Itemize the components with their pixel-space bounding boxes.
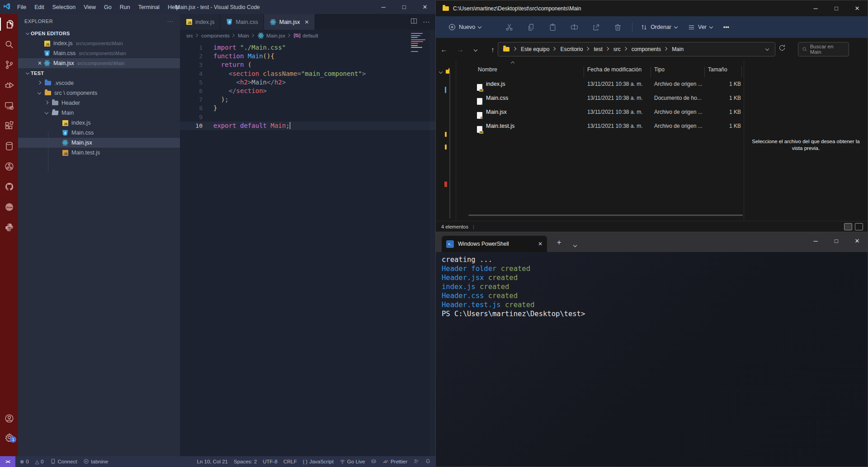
status-0[interactable]: ⊗0 bbox=[20, 459, 29, 465]
menu-file[interactable]: File bbox=[14, 3, 30, 12]
close-button[interactable]: ✕ bbox=[847, 232, 868, 249]
status-go-live[interactable]: Go Live bbox=[340, 458, 365, 465]
column-header-nombre[interactable]: Nombre bbox=[478, 66, 497, 73]
status-bell[interactable] bbox=[425, 458, 431, 465]
status-javascript[interactable]: { }JavaScript bbox=[303, 459, 334, 464]
file-row-Main.css[interactable]: ●Main.css13/11/2021 10:38 a. m.Documento… bbox=[456, 91, 744, 105]
code-line-6[interactable]: 6 </section> bbox=[180, 87, 435, 95]
database-icon[interactable] bbox=[0, 136, 18, 156]
tree-item-Main.jsx[interactable]: Main.jsx bbox=[18, 138, 180, 148]
code-line-3[interactable]: 3 return ( bbox=[180, 61, 435, 69]
code-line-2[interactable]: 2function Main(){ bbox=[180, 52, 435, 61]
git-graph-icon[interactable] bbox=[0, 156, 18, 177]
minimize-button[interactable]: ─ bbox=[805, 232, 826, 249]
search-box[interactable]: Buscar en Main bbox=[798, 42, 849, 56]
status-connect[interactable]: Connect bbox=[50, 458, 77, 465]
menu-terminal[interactable]: Terminal bbox=[135, 3, 163, 12]
crumb-main[interactable]: Main bbox=[672, 46, 684, 52]
tree-item-.vscode[interactable]: .vscode bbox=[18, 78, 180, 88]
status-feedback[interactable] bbox=[413, 458, 419, 465]
workspace-header[interactable]: TEST bbox=[18, 68, 180, 78]
code-line-5[interactable]: 5 <h2>Main</h2> bbox=[180, 78, 435, 87]
code-line-8[interactable]: 8} bbox=[180, 104, 435, 112]
terminal-output[interactable]: creating ...Header folder createdHeader.… bbox=[436, 252, 868, 467]
crumb-escritorio[interactable]: Escritorio bbox=[560, 46, 583, 52]
split-editor-icon[interactable] bbox=[410, 18, 417, 26]
refresh-icon[interactable] bbox=[778, 44, 786, 53]
thumbnails-view-icon[interactable] bbox=[855, 223, 863, 230]
status-copilot[interactable] bbox=[371, 458, 377, 465]
address-dropdown-icon[interactable] bbox=[765, 47, 769, 51]
close-button[interactable]: ✕ bbox=[847, 0, 868, 16]
tab-dropdown-icon[interactable] bbox=[574, 241, 578, 249]
recent-pages-icon[interactable] bbox=[468, 46, 485, 53]
delete-icon[interactable] bbox=[611, 20, 624, 34]
column-header-tamaño[interactable]: Tamaño bbox=[708, 66, 727, 73]
maximize-button[interactable]: □ bbox=[826, 0, 847, 16]
tree-item-Header[interactable]: Header bbox=[18, 98, 180, 108]
nav-scrollbar[interactable] bbox=[449, 70, 450, 219]
code-line-10[interactable]: 10export default Main; bbox=[180, 121, 435, 130]
close-editor-icon[interactable]: ✕ bbox=[36, 60, 43, 66]
powershell-tab[interactable]: >_ Windows PowerShell ✕ bbox=[442, 236, 547, 252]
remote-explorer-icon[interactable] bbox=[0, 95, 18, 116]
extensions-icon[interactable] bbox=[0, 116, 18, 136]
status-crlf[interactable]: CRLF bbox=[283, 459, 297, 464]
file-row-Main.jsx[interactable]: ✱Main.jsx13/11/2021 10:38 a. m.Archivo d… bbox=[456, 105, 744, 119]
tab-Main.jsx[interactable]: Main.jsx✕ bbox=[264, 14, 315, 30]
github-icon[interactable] bbox=[0, 177, 18, 197]
minimize-button[interactable]: ─ bbox=[805, 0, 826, 16]
back-icon[interactable]: ← bbox=[436, 46, 452, 53]
code-line-4[interactable]: 4 <section className="main_component"> bbox=[180, 70, 435, 78]
new-button[interactable]: Nuevo bbox=[444, 21, 487, 33]
crumb-test[interactable]: test bbox=[594, 46, 602, 52]
code-content[interactable]: 1import "./Main.css"2function Main(){3 r… bbox=[180, 42, 435, 130]
breadcrumb-components[interactable]: components bbox=[201, 33, 230, 38]
editor-scrollbar[interactable] bbox=[429, 30, 435, 456]
maximize-button[interactable]: □ bbox=[826, 232, 847, 249]
files-icon[interactable] bbox=[0, 14, 18, 34]
tab-Main.css[interactable]: 3Main.css bbox=[220, 14, 264, 30]
tab-close-icon[interactable]: ✕ bbox=[538, 241, 542, 247]
editor-more-icon[interactable]: ··· bbox=[423, 18, 430, 26]
open-editor-Main.css[interactable]: 3Main.csssrc\components\Main bbox=[18, 48, 180, 58]
source-control-icon[interactable] bbox=[0, 55, 18, 75]
run-debug-icon[interactable] bbox=[0, 75, 18, 95]
tree-item-srccomponents[interactable]: src \ components bbox=[18, 88, 180, 98]
breadcrumb-Main.jsx[interactable]: Main.jsx bbox=[266, 33, 285, 38]
menu-selection[interactable]: Selection bbox=[49, 3, 79, 12]
breadcrumb[interactable]: srccomponentsMainMain.jsx[⦰]default bbox=[180, 30, 435, 42]
more-options-icon[interactable]: ••• bbox=[719, 21, 734, 33]
settings-icon[interactable]: 1 bbox=[0, 431, 18, 444]
sidebar-more-icon[interactable]: ··· bbox=[167, 19, 174, 24]
copy-icon[interactable] bbox=[524, 20, 538, 34]
menu-view[interactable]: View bbox=[80, 3, 99, 12]
menu-run[interactable]: Run bbox=[116, 3, 134, 12]
open-editors-header[interactable]: OPEN EDITORS bbox=[18, 28, 180, 38]
file-row-index.js[interactable]: JSindex.js13/11/2021 10:38 a. m.Archivo … bbox=[456, 77, 744, 91]
cut-icon[interactable] bbox=[502, 20, 516, 34]
crumb-components[interactable]: components bbox=[632, 46, 661, 52]
column-header-tipo[interactable]: Tipo bbox=[654, 66, 665, 73]
account-icon[interactable] bbox=[0, 412, 18, 425]
python-icon[interactable] bbox=[0, 217, 18, 238]
tree-item-Main.css[interactable]: 3Main.css bbox=[18, 128, 180, 138]
rename-icon[interactable] bbox=[567, 20, 581, 34]
file-row-Main.test.js[interactable]: JSMain.test.js13/11/2021 10:38 a. m.Arch… bbox=[456, 119, 744, 133]
minimize-button[interactable]: ─ bbox=[373, 0, 394, 14]
tree-item-Main.test.js[interactable]: JSMain.test.js bbox=[18, 148, 180, 158]
code-line-1[interactable]: 1import "./Main.css" bbox=[180, 43, 435, 52]
nav-pane-collapsed[interactable] bbox=[436, 61, 456, 221]
code-line-9[interactable]: 9 bbox=[180, 113, 435, 121]
horizontal-scrollbar[interactable] bbox=[468, 215, 743, 216]
tab-index.js[interactable]: JSindex.js bbox=[180, 14, 220, 30]
status-spaces-2[interactable]: Spaces: 2 bbox=[234, 459, 257, 464]
code-line-7[interactable]: 7 ); bbox=[180, 95, 435, 104]
status-prettier[interactable]: ✓✓Prettier bbox=[382, 459, 407, 465]
status-utf-8[interactable]: UTF-8 bbox=[263, 459, 278, 464]
open-editor-index.js[interactable]: JSindex.jssrc\components\Main bbox=[18, 38, 180, 48]
open-editor-Main.jsx[interactable]: ✕Main.jsxsrc\components\Main bbox=[18, 58, 180, 68]
menu-edit[interactable]: Edit bbox=[31, 3, 48, 12]
new-tab-icon[interactable]: + bbox=[557, 238, 561, 247]
json-icon[interactable]: Json bbox=[0, 197, 18, 217]
